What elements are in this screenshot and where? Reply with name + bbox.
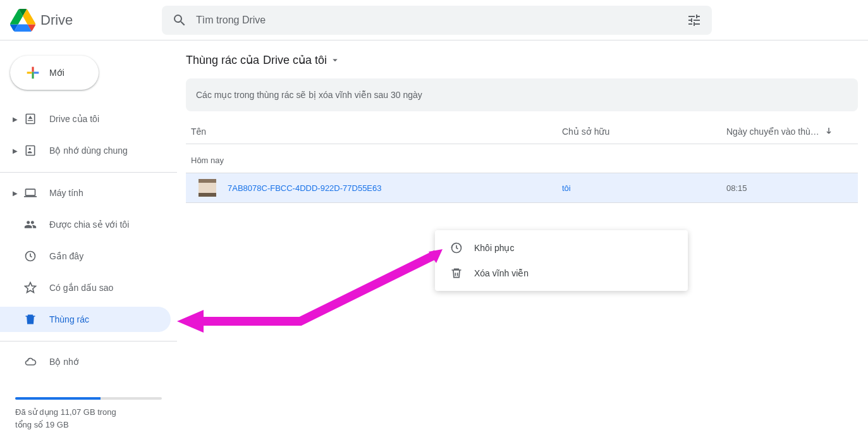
clock-icon bbox=[23, 249, 38, 264]
storage-text-2: tổng số 19 GB bbox=[15, 419, 162, 431]
people-icon bbox=[23, 217, 38, 232]
sidebar-item-starred[interactable]: Có gắn dấu sao bbox=[0, 275, 171, 300]
sidebar-item-label: Có gắn dấu sao bbox=[49, 283, 171, 293]
col-date-label: Ngày chuyển vào thù… bbox=[726, 126, 819, 137]
col-name[interactable]: Tên bbox=[191, 126, 562, 137]
plus-icon bbox=[24, 64, 42, 82]
sidebar-item-label: Thùng rác bbox=[49, 314, 171, 324]
info-banner: Các mục trong thùng rác sẽ bị xóa vĩnh v… bbox=[186, 78, 858, 111]
col-date[interactable]: Ngày chuyển vào thù… bbox=[726, 126, 853, 137]
logo-area[interactable]: Drive bbox=[10, 8, 156, 33]
caret-down-icon bbox=[329, 54, 341, 66]
file-owner: tôi bbox=[562, 183, 726, 193]
group-header-today: Hôm nay bbox=[186, 144, 868, 173]
sidebar-item-label: Bộ nhớ bbox=[49, 357, 171, 367]
drive-logo-icon bbox=[10, 8, 35, 33]
scope-label: Drive của tôi bbox=[263, 53, 327, 67]
tune-icon[interactable] bbox=[687, 13, 702, 28]
search-bar[interactable]: Tìm trong Drive bbox=[162, 6, 712, 35]
trash-icon bbox=[23, 312, 38, 327]
col-owner[interactable]: Chủ sở hữu bbox=[562, 126, 726, 137]
chevron-right-icon: ▶ bbox=[11, 190, 19, 197]
ctx-delete-forever[interactable]: Xóa vĩnh viễn bbox=[435, 261, 688, 286]
file-row[interactable]: 7AB8078C-FBCC-4DDD-922D-77D55E63 tôi 08:… bbox=[186, 173, 858, 203]
ctx-restore-label: Khôi phục bbox=[474, 243, 514, 253]
search-icon bbox=[172, 13, 187, 28]
new-button-label: Mới bbox=[49, 68, 64, 78]
search-placeholder: Tìm trong Drive bbox=[196, 15, 687, 26]
page-title-row: Thùng rác của Drive của tôi bbox=[186, 53, 868, 67]
page-title-prefix: Thùng rác của bbox=[186, 53, 259, 67]
ctx-restore[interactable]: Khôi phục bbox=[435, 235, 688, 261]
restore-icon bbox=[450, 242, 463, 254]
sidebar-item-recent[interactable]: Gần đây bbox=[0, 243, 171, 269]
ctx-delete-label: Xóa vĩnh viễn bbox=[474, 268, 529, 278]
drive-icon bbox=[23, 111, 38, 126]
sidebar-item-shared-with-me[interactable]: Được chia sẻ với tôi bbox=[0, 212, 171, 237]
sidebar: Mới ▶ Drive của tôi ▶ Bộ nhớ dùng chung … bbox=[0, 40, 177, 437]
sidebar-item-my-drive[interactable]: ▶ Drive của tôi bbox=[0, 106, 171, 132]
file-thumbnail bbox=[199, 179, 216, 197]
storage-section: Đã sử dụng 11,07 GB trong tổng số 19 GB bbox=[0, 397, 177, 437]
sidebar-item-label: Được chia sẻ với tôi bbox=[49, 219, 171, 230]
cloud-icon bbox=[23, 354, 38, 369]
sidebar-item-trash[interactable]: Thùng rác bbox=[0, 307, 171, 332]
storage-text-1: Đã sử dụng 11,07 GB trong bbox=[15, 406, 162, 419]
chevron-right-icon: ▶ bbox=[11, 116, 19, 123]
sidebar-item-label: Bộ nhớ dùng chung bbox=[49, 145, 171, 156]
divider bbox=[0, 172, 177, 173]
scope-dropdown[interactable]: Drive của tôi bbox=[263, 53, 341, 67]
context-menu: Khôi phục Xóa vĩnh viễn bbox=[435, 230, 688, 291]
file-name: 7AB8078C-FBCC-4DDD-922D-77D55E63 bbox=[228, 183, 562, 193]
star-icon bbox=[23, 280, 38, 295]
sidebar-item-computers[interactable]: ▶ Máy tính bbox=[0, 180, 171, 206]
new-button[interactable]: Mới bbox=[10, 56, 99, 90]
app-name: Drive bbox=[40, 12, 73, 28]
sidebar-item-label: Máy tính bbox=[49, 188, 171, 198]
sidebar-item-shared-drive[interactable]: ▶ Bộ nhớ dùng chung bbox=[0, 138, 171, 163]
divider bbox=[0, 341, 177, 342]
file-date: 08:15 bbox=[726, 183, 853, 193]
sidebar-item-storage[interactable]: Bộ nhớ bbox=[0, 349, 171, 374]
column-headers: Tên Chủ sở hữu Ngày chuyển vào thù… bbox=[186, 119, 858, 144]
storage-fill bbox=[15, 397, 101, 400]
arrow-down-icon bbox=[823, 126, 834, 137]
sidebar-item-label: Gần đây bbox=[49, 251, 171, 261]
computer-icon bbox=[23, 185, 38, 200]
shared-drive-icon bbox=[23, 143, 38, 158]
storage-bar bbox=[15, 397, 162, 400]
trash-icon bbox=[450, 267, 463, 280]
app-header: Drive Tìm trong Drive bbox=[0, 0, 868, 40]
sidebar-item-label: Drive của tôi bbox=[49, 114, 171, 124]
chevron-right-icon: ▶ bbox=[11, 147, 19, 154]
